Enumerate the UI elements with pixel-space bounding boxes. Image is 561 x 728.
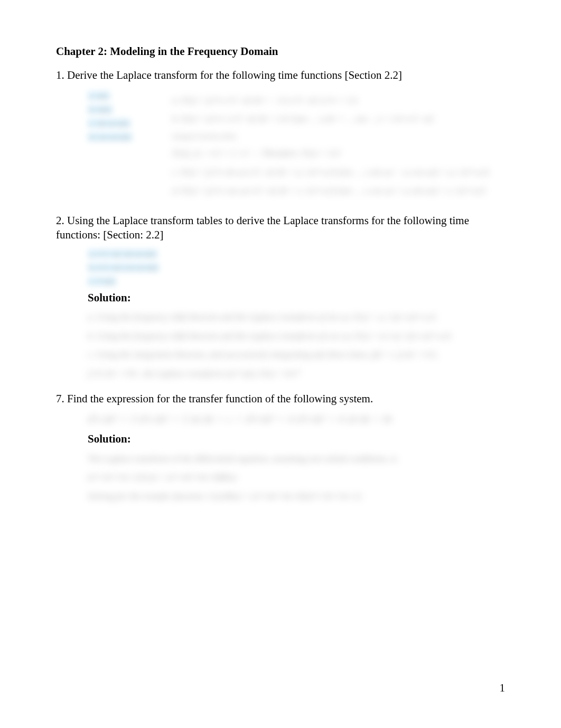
- page-number: 1: [500, 681, 506, 695]
- question-2-options: a. e^{−at} sin ωt u(t) b. e^{−at} cos ωt…: [88, 247, 505, 288]
- document-page: Chapter 2: Modeling in the Frequency Dom…: [0, 0, 561, 728]
- chapter-heading: Chapter 2: Modeling in the Frequency Dom…: [56, 44, 505, 59]
- question-1-solution-work: a. F(s) = ∫₀^∞ e^{−st} dt = −1/s e^{−st}…: [172, 88, 505, 203]
- q7-sol-c: Solving for the transfer function: C(s)/…: [88, 490, 505, 503]
- question-2-text: 2. Using the Laplace transform tables to…: [56, 214, 505, 243]
- q1-option-d: d. cos ωt u(t): [88, 133, 132, 141]
- question-1-body: a. u(t) b. tu(t) c. sin ωt u(t) d. cos ω…: [88, 88, 505, 203]
- question-1-options: a. u(t) b. tu(t) c. sin ωt u(t) d. cos ω…: [88, 88, 151, 144]
- question-7-equation: d³c/dt³ + 3 d²c/dt² + 5 dc/dt + c = d³r/…: [88, 412, 505, 427]
- question-2-body: a. e^{−at} sin ωt u(t) b. e^{−at} cos ωt…: [88, 247, 505, 380]
- q2-sol-c: c. Using the integration theorem, and su…: [88, 348, 505, 362]
- q7-solution-label: Solution:: [88, 432, 505, 446]
- q7-sol-a: The Laplace transform of the differentia…: [88, 452, 505, 466]
- q1-sol-b: b. F(s) = ∫₀^∞ t e^{−st} dt = 1/s² (use …: [172, 112, 505, 126]
- q1-option-b: b. tu(t): [88, 105, 113, 114]
- q2-solution-label: Solution:: [88, 291, 505, 305]
- question-7-text: 7. Find the expression for the transfer …: [56, 392, 505, 406]
- question-2-solution-work: a. Using the frequency shift theorem and…: [88, 310, 505, 380]
- q2-sol-a: a. Using the frequency shift theorem and…: [88, 310, 505, 324]
- question-7-body: d³c/dt³ + 3 d²c/dt² + 5 dc/dt + c = d³r/…: [88, 412, 505, 503]
- q1-sol-a: a. F(s) = ∫₀^∞ e^{−st} dt = −1/s e^{−st}…: [172, 94, 505, 107]
- q1-sol-b-note: (integral formula table): [172, 131, 505, 142]
- q7-eq: d³c/dt³ + 3 d²c/dt² + 5 dc/dt + c = d³r/…: [88, 412, 505, 427]
- q2-option-b: b. e^{−at} cos ωt u(t): [88, 263, 159, 272]
- q1-sol-d: d. F(s) = ∫₀^∞ cos ωt e^{−st} dt = s / (…: [172, 184, 505, 198]
- q2-option-c: c. t³ u(t): [88, 277, 116, 285]
- q1-sol-ft: F(s)|_{s→∞} = 1 / s² → Therefore: F(s) =…: [172, 146, 505, 160]
- q2-sol-b: b. Using the frequency shift theorem and…: [88, 329, 505, 343]
- q2-sol-c2: ∫ t²/2 dt = t³/6 , the Laplace transform…: [88, 367, 505, 381]
- q1-sol-c: c. F(s) = ∫₀^∞ sin ωt e^{−st} dt = ω / (…: [172, 165, 505, 179]
- q2-option-a: a. e^{−at} sin ωt u(t): [88, 250, 157, 258]
- q7-sol-b: (s³+3s²+5s+1)C(s) = (s³+4s²+6s+8)R(s).: [88, 471, 505, 484]
- question-1-text: 1. Derive the Laplace transform for the …: [56, 68, 505, 82]
- question-7-solution-work: The Laplace transform of the differentia…: [88, 452, 505, 503]
- q1-option-a: a. u(t): [88, 91, 110, 100]
- q1-option-c: c. sin ωt u(t): [88, 119, 130, 127]
